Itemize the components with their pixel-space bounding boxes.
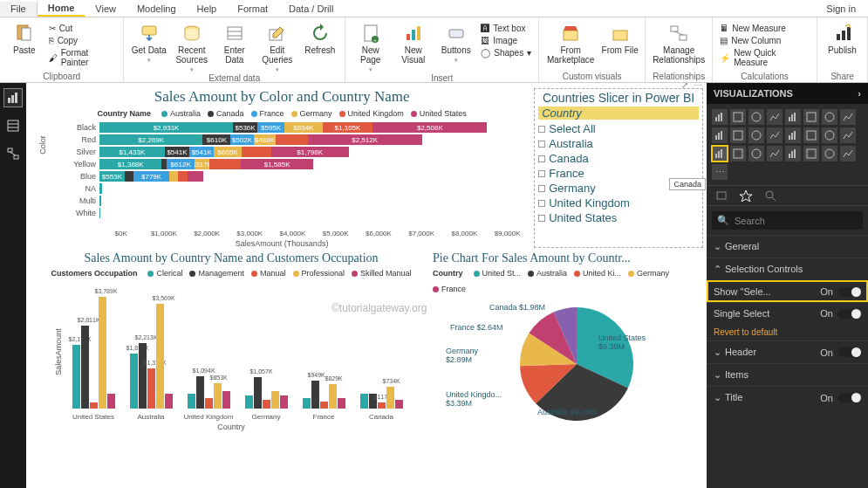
slicer-item[interactable]: United Kingdom	[538, 196, 699, 210]
svg-rect-57	[789, 154, 790, 158]
paste-button[interactable]: Paste	[5, 19, 44, 55]
viz-tile[interactable]	[767, 127, 783, 143]
svg-line-31	[10, 152, 16, 155]
textbox-button[interactable]: 🅰Text box	[479, 23, 533, 34]
section-header[interactable]: ⌄Header On	[707, 340, 868, 363]
viz-tile[interactable]	[767, 146, 783, 162]
viz-tile[interactable]	[803, 109, 819, 125]
from-marketplace-button[interactable]: From Marketplace	[544, 19, 597, 65]
format-painter-button[interactable]: 🖌Format Painter	[47, 47, 119, 68]
menu-datadrill[interactable]: Data / Drill	[278, 2, 344, 16]
menu-modeling[interactable]: Modeling	[126, 2, 187, 16]
section-general[interactable]: ⌄General	[707, 235, 868, 258]
editq-icon	[267, 23, 288, 44]
buttons-button[interactable]: Buttons▾	[436, 19, 475, 64]
viz-tile[interactable]	[840, 127, 856, 143]
manage-rel-button[interactable]: Manage Relationships	[651, 19, 707, 65]
menu-format[interactable]: Format	[227, 2, 278, 16]
section-selection-controls[interactable]: ⌃Selection Controls	[707, 258, 868, 280]
chart-title: Sales Amount by Country Name and Custome…	[35, 251, 427, 265]
menu-home[interactable]: Home	[38, 1, 85, 17]
cut-button[interactable]: ✂Cut	[47, 23, 119, 34]
more-icon[interactable]: ⋯	[694, 83, 702, 90]
svg-rect-34	[721, 113, 722, 121]
country-slicer[interactable]: ⤢⋯ Countries Slicer in Power BI Country …	[534, 88, 703, 248]
viz-tile[interactable]	[748, 146, 764, 162]
viz-tile[interactable]	[712, 127, 728, 143]
fields-tab[interactable]	[715, 189, 728, 202]
viz-tile[interactable]	[748, 109, 764, 125]
copy-button[interactable]: ⎘Copy	[47, 35, 119, 46]
model-view-tab[interactable]	[3, 144, 23, 163]
new-visual-button[interactable]: New Visual	[393, 19, 433, 65]
svg-rect-1	[22, 28, 31, 40]
quick-measure-button[interactable]: ⚡New Quick Measure	[718, 47, 811, 68]
new-column-button[interactable]: ▤New Column	[718, 35, 811, 46]
viz-tile[interactable]	[785, 109, 801, 125]
viz-tile[interactable]	[785, 146, 801, 162]
svg-rect-49	[794, 131, 796, 140]
slicer-item[interactable]: Select All	[538, 121, 699, 136]
clustered-column-chart[interactable]: Sales Amount by Country Name and Custome…	[35, 251, 427, 431]
get-data-button[interactable]: Get Data▾	[129, 19, 168, 64]
image-button[interactable]: 🖼Image	[479, 35, 533, 46]
viz-tile[interactable]	[803, 127, 819, 143]
new-page-button[interactable]: +New Page▾	[351, 19, 390, 73]
viz-tile[interactable]	[822, 127, 837, 143]
publish-button[interactable]: Publish	[823, 19, 862, 55]
slicer-item[interactable]: Australia	[538, 136, 699, 151]
viz-tile[interactable]	[730, 109, 746, 125]
toggle[interactable]: On	[820, 308, 861, 319]
new-measure-button[interactable]: 🖩New Measure	[718, 23, 811, 34]
svg-rect-62	[717, 192, 726, 199]
signin-link[interactable]: Sign in	[814, 2, 868, 16]
toggle-show-select-all[interactable]: Show "Sele... On	[707, 280, 868, 302]
toggle[interactable]: On	[820, 286, 861, 297]
x-axis: $0K$1,000K$2,000K$3,000K$4,000K$5,000K$6…	[99, 230, 529, 237]
revert-to-default[interactable]: Revert to default	[707, 324, 868, 340]
section-title[interactable]: ⌄Title On	[707, 386, 868, 409]
viz-tile[interactable]	[822, 109, 837, 125]
visual-header[interactable]: ⤢⋯	[681, 83, 702, 90]
toggle[interactable]: On	[820, 347, 861, 358]
toggle[interactable]: On	[820, 393, 861, 403]
report-view-tab[interactable]	[3, 88, 23, 107]
format-tab[interactable]	[740, 189, 752, 202]
viz-tile[interactable]	[822, 146, 837, 162]
data-view-tab[interactable]	[3, 116, 23, 135]
toggle-single-select[interactable]: Single Select On	[707, 302, 868, 324]
viz-tile[interactable]	[748, 127, 764, 143]
search-input[interactable]: 🔍Search	[712, 211, 863, 230]
pie-chart[interactable]: Pie Chart For Sales Amount by Countr... …	[433, 251, 703, 431]
menu-file[interactable]: File	[0, 2, 38, 16]
viz-tile[interactable]	[730, 146, 746, 162]
slicer-field[interactable]: Country	[538, 107, 699, 120]
viz-tile[interactable]	[730, 127, 746, 143]
enter-data-button[interactable]: Enter Data	[215, 19, 254, 65]
focus-icon[interactable]: ⤢	[681, 83, 688, 90]
menu-view[interactable]: View	[85, 2, 126, 16]
viz-tile[interactable]	[840, 109, 856, 125]
shapes-button[interactable]: ◯Shapes ▾	[479, 47, 533, 58]
analytics-tab[interactable]	[764, 189, 776, 202]
viz-tile[interactable]	[785, 127, 801, 143]
viz-tile[interactable]	[840, 146, 856, 162]
svg-point-46	[752, 131, 761, 140]
from-file-button[interactable]: From File	[600, 19, 639, 55]
viz-tile[interactable]	[803, 146, 819, 162]
section-items[interactable]: ⌄Items	[707, 363, 868, 386]
slicer-item[interactable]: Canada	[538, 151, 699, 166]
viz-tile[interactable]	[712, 146, 728, 162]
ribbon-group-external: Get Data▾ Recent Sources▾ Enter Data Edi…	[124, 17, 345, 82]
pane-header[interactable]: VISUALIZATIONS›	[707, 83, 868, 104]
slicer-item[interactable]: United States	[538, 210, 699, 225]
menu-help[interactable]: Help	[187, 2, 228, 16]
viz-more[interactable]: ⋯	[712, 164, 728, 180]
stacked-bar-chart[interactable]: Sales Amount by Color and Country Name C…	[35, 88, 529, 248]
viz-tile[interactable]	[767, 109, 783, 125]
chevron-right-icon[interactable]: ›	[858, 88, 861, 99]
refresh-button[interactable]: Refresh	[300, 19, 339, 55]
edit-queries-button[interactable]: Edit Queries▾	[257, 19, 297, 73]
viz-tile[interactable]	[712, 109, 728, 125]
recent-sources-button[interactable]: Recent Sources▾	[172, 19, 211, 73]
